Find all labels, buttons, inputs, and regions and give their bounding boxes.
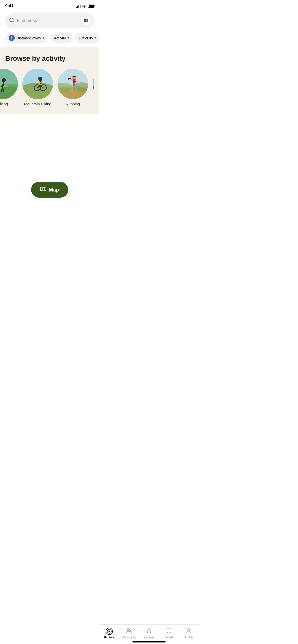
- mountain-biking-label: Mountain Biking: [24, 102, 51, 106]
- list-item[interactable]: Backpacking: [93, 69, 94, 106]
- list-item[interactable]: Hiking: [0, 69, 18, 106]
- mountain-biking-circle: [22, 69, 53, 99]
- browse-section: Browse by activity: [0, 47, 99, 114]
- search-icon: [9, 18, 14, 24]
- distance-filter-chip[interactable]: Distance away ▾: [5, 33, 48, 43]
- map-button-label: Map: [49, 187, 59, 193]
- distance-icon: [9, 35, 15, 41]
- running-label: Running: [66, 102, 80, 106]
- search-placeholder: Find parks: [17, 18, 79, 23]
- status-icons: [76, 5, 94, 8]
- map-button[interactable]: Map: [31, 182, 69, 198]
- battery-icon: [88, 5, 94, 8]
- filter-button[interactable]: [82, 16, 90, 25]
- list-item[interactable]: Mountain Biking: [22, 69, 53, 106]
- list-item[interactable]: Running: [58, 69, 88, 106]
- svg-point-5: [85, 19, 86, 20]
- svg-line-1: [13, 21, 14, 22]
- browse-title: Browse by activity: [5, 54, 94, 63]
- svg-point-7: [85, 21, 86, 22]
- activity-filter-chip[interactable]: Activity ▾: [50, 33, 73, 43]
- signal-icon: [76, 5, 80, 8]
- activity-chip-arrow: ▾: [67, 36, 69, 40]
- difficulty-filter-chip[interactable]: Difficulty ▾: [75, 33, 99, 43]
- svg-rect-41: [93, 69, 94, 89]
- svg-point-12: [2, 78, 6, 82]
- distance-chip-label: Distance away: [16, 36, 41, 40]
- activity-chip-label: Activity: [54, 36, 66, 40]
- map-button-container: Map: [0, 182, 99, 198]
- hiking-label: Hiking: [0, 102, 8, 106]
- svg-point-20: [38, 77, 42, 79]
- svg-point-6: [86, 20, 87, 21]
- map-icon: [40, 186, 46, 194]
- running-circle: [58, 69, 88, 99]
- svg-marker-51: [40, 187, 46, 191]
- filter-icon: [84, 18, 88, 23]
- status-bar: 9:41: [0, 0, 99, 11]
- backpacking-circle: [93, 69, 94, 99]
- search-container: Find parks: [0, 11, 99, 31]
- difficulty-chip-label: Difficulty: [79, 36, 93, 40]
- filter-chips: Distance away ▾ Activity ▾ Difficulty ▾: [0, 31, 99, 47]
- activity-scroll: Hiking: [0, 69, 94, 106]
- status-time: 9:41: [5, 4, 13, 9]
- hiking-circle: [0, 69, 18, 99]
- difficulty-chip-arrow: ▾: [94, 36, 96, 40]
- svg-rect-44: [93, 86, 94, 99]
- distance-chip-arrow: ▾: [43, 36, 44, 40]
- search-bar[interactable]: Find parks: [5, 13, 94, 28]
- wifi-icon: [82, 5, 86, 8]
